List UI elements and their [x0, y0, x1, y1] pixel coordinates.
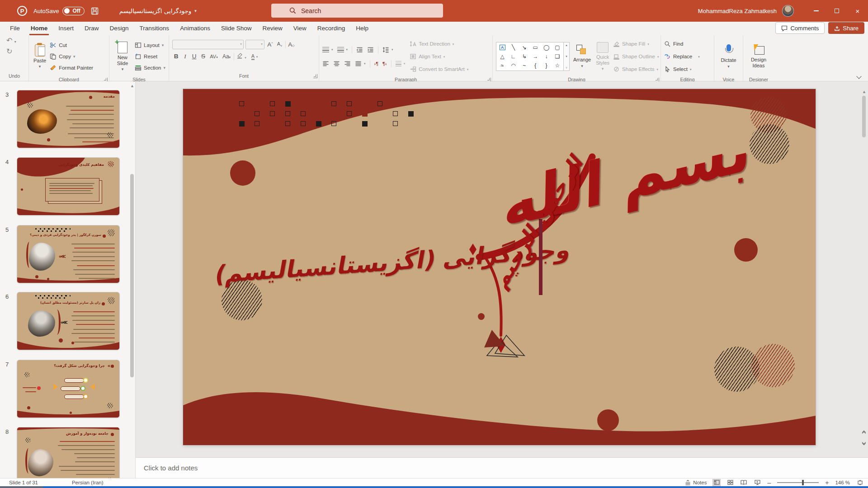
numbering-button[interactable]: ▾: [337, 45, 348, 54]
right-brace-shape-icon[interactable]: }: [545, 63, 547, 68]
oval-shape-icon[interactable]: ◯: [543, 45, 549, 50]
notes-toggle-button[interactable]: Notes: [685, 480, 707, 485]
design-ideas-button[interactable]: Design Ideas: [747, 37, 770, 76]
left-to-right-button[interactable]: ›¶: [374, 59, 379, 68]
rounded-rectangle-shape-icon[interactable]: ▢: [555, 45, 560, 50]
shape-outline-button[interactable]: Shape Outline▾: [613, 52, 659, 61]
minimize-button[interactable]: [806, 0, 826, 22]
italic-button[interactable]: I: [181, 53, 189, 60]
zoom-slider-thumb[interactable]: [802, 480, 804, 485]
line-shape-icon[interactable]: ╲: [512, 45, 515, 50]
red-circle-shape[interactable]: [230, 160, 255, 186]
decrease-indent-button[interactable]: [356, 45, 363, 54]
zoom-out-button[interactable]: –: [767, 479, 771, 486]
share-button[interactable]: Share: [828, 22, 864, 34]
new-slide-button[interactable]: New Slide ▾: [113, 37, 132, 76]
notes-pane[interactable]: Click to add notes: [136, 457, 868, 478]
down-arrow-shape-icon[interactable]: ↓: [545, 54, 547, 59]
tab-view[interactable]: View: [288, 22, 312, 35]
next-slide-button[interactable]: [860, 439, 867, 446]
clear-formatting-button[interactable]: A◇: [288, 41, 295, 48]
font-color-button[interactable]: A ▾: [249, 52, 260, 60]
red-circle-shape[interactable]: [597, 409, 619, 431]
bullets-button[interactable]: ▾: [322, 45, 333, 54]
slide-sorter-view-button[interactable]: [726, 479, 734, 486]
normal-view-button[interactable]: [713, 479, 720, 486]
save-icon[interactable]: [91, 7, 99, 15]
scrollbar-thumb[interactable]: [130, 174, 134, 377]
shape-fill-button[interactable]: Shape Fill▾: [613, 39, 659, 49]
slide-thumbnail-8[interactable]: 8 جامعه توده‌وار و آموزش: [17, 427, 119, 478]
canvas-scrollbar[interactable]: [862, 88, 866, 445]
search-bar[interactable]: Search: [271, 4, 443, 18]
paste-button[interactable]: Paste ▾: [32, 37, 47, 76]
user-avatar[interactable]: [782, 5, 794, 17]
previous-slide-button[interactable]: [860, 429, 867, 436]
increase-indent-button[interactable]: [367, 45, 374, 54]
collapse-ribbon-icon[interactable]: [856, 74, 861, 79]
right-arrow-shape-icon[interactable]: →: [533, 54, 538, 59]
shapes-gallery-scrollbar[interactable]: ▴ ▾ ▿: [564, 42, 570, 71]
autosave-toggle[interactable]: Off: [62, 7, 84, 15]
change-case-button[interactable]: Aa▾: [221, 53, 232, 60]
comments-button[interactable]: Comments: [775, 22, 825, 34]
slide-canvas[interactable]: وجودگرایی (اگزیستانسیالیسم) بسم الله الر…: [183, 89, 816, 445]
callout-shape-icon[interactable]: ❏: [555, 54, 560, 59]
restore-button[interactable]: [826, 0, 847, 22]
language-indicator[interactable]: Persian (Iran): [72, 480, 104, 485]
font-size-combobox[interactable]: [245, 40, 264, 49]
slide-thumbnail-5[interactable]: 5 سورن کرکگور | پدر وجودگرایی فردی و دین…: [17, 225, 119, 283]
slide-thumbnail-6[interactable]: 6 ژان پل سارتر (مسئولیت مطلق انسان) «≪: [17, 292, 119, 350]
copy-button[interactable]: Copy ▾: [50, 52, 93, 61]
format-painter-button[interactable]: Format Painter: [50, 63, 93, 73]
grow-font-button[interactable]: A^: [266, 41, 274, 48]
hatched-circle-shape[interactable]: [750, 124, 789, 164]
justify-button[interactable]: ▾: [355, 59, 366, 68]
tab-review[interactable]: Review: [257, 22, 288, 35]
tab-insert[interactable]: Insert: [53, 22, 79, 35]
layout-button[interactable]: Layout▾: [135, 41, 165, 50]
bold-button[interactable]: B: [172, 53, 180, 60]
quick-styles-button[interactable]: Quick Styles ▾: [594, 37, 611, 76]
tab-recording[interactable]: Recording: [312, 22, 351, 35]
columns-button[interactable]: ▾: [396, 59, 406, 68]
line-spacing-button[interactable]: ▾: [382, 45, 393, 54]
slide-indicator[interactable]: Slide 1 of 31: [9, 480, 38, 485]
align-right-button[interactable]: [344, 59, 351, 68]
tab-slide-show[interactable]: Slide Show: [216, 22, 257, 35]
zoom-in-button[interactable]: +: [825, 479, 829, 486]
fit-slide-to-window-button[interactable]: [856, 479, 863, 486]
shape-effects-button[interactable]: Shape Effects▾: [613, 65, 659, 74]
red-dot-shape[interactable]: [478, 313, 485, 320]
convert-to-smartart-button[interactable]: Convert to SmartArt▾: [410, 65, 468, 74]
curve-shape-icon[interactable]: ~: [523, 63, 526, 68]
scribble-shape-icon[interactable]: ≈: [501, 63, 504, 68]
highlight-color-button[interactable]: ▾: [236, 52, 247, 60]
right-to-left-button[interactable]: ¶‹: [382, 59, 387, 68]
font-name-combobox[interactable]: [172, 40, 244, 49]
red-circle-shape[interactable]: [734, 238, 758, 262]
scroll-down-icon[interactable]: ▾: [566, 55, 567, 58]
slide-thumbnail-3[interactable]: 3 مقدمه: [17, 90, 119, 148]
rectangle-shape-icon[interactable]: ▭: [533, 45, 538, 50]
triangle-shape-icon[interactable]: △: [500, 54, 505, 59]
shrink-font-button[interactable]: A˅: [276, 41, 283, 47]
tab-design[interactable]: Design: [104, 22, 134, 35]
tab-animations[interactable]: Animations: [175, 22, 216, 35]
text-box-shape-icon[interactable]: A: [500, 45, 505, 50]
align-center-button[interactable]: [333, 59, 340, 68]
scrollbar-thumb[interactable]: [862, 96, 866, 137]
slide-show-button[interactable]: [754, 479, 761, 486]
gallery-more-icon[interactable]: ▿: [566, 66, 567, 70]
replace-button[interactable]: Replace ▾: [664, 52, 700, 61]
align-text-button[interactable]: Align Text▾: [410, 52, 468, 61]
zoom-slider[interactable]: [777, 482, 819, 483]
close-button[interactable]: ×: [847, 0, 868, 22]
tab-file[interactable]: File: [5, 22, 25, 35]
underline-button[interactable]: U: [190, 53, 198, 60]
tab-help[interactable]: Help: [350, 22, 374, 35]
shapes-gallery[interactable]: A ╲ ↘ ▭ ◯ ▢ △ ∟ ↳ → ↓ ❏ ≈ ◠ ~: [496, 42, 564, 71]
text-direction-button[interactable]: Text Direction▾: [410, 39, 468, 49]
select-button[interactable]: Select ▾: [664, 65, 700, 74]
zoom-level[interactable]: 146 %: [835, 480, 850, 485]
